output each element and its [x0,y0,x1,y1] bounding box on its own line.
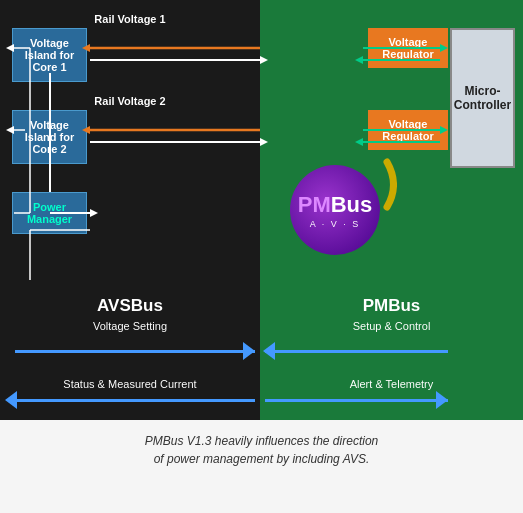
pmbus-logo: PM Bus A · V · S [290,165,385,260]
caption: PMBus V1.3 heavily influences the direct… [0,420,523,480]
avs-subtitle1: Voltage Setting [93,320,167,332]
avs-arrow-right-head [243,342,255,360]
pmbus-subtitle1: Setup & Control [353,320,431,332]
voltage-regulator-1: Voltage Regulator [368,28,448,68]
left-panel: Voltage Island for Core 1 Voltage Island… [0,0,260,420]
pmbus-pm: PM [298,192,331,218]
voltage-island-2: Voltage Island for Core 2 [12,110,87,164]
voltage-island-1: Voltage Island for Core 1 [12,28,87,82]
avs-title: AVSBus [93,296,167,316]
avs-arrow-left-head [5,391,17,409]
voltage-regulator-2: Voltage Regulator [368,110,448,150]
avs-arrow-left-line [15,399,255,402]
right-panel: Voltage Regulator Voltage Regulator Micr… [260,0,523,420]
avs-arrow-right-line [15,350,255,353]
pmbus-avs: A · V · S [310,219,361,229]
avs-subtitle2: Status & Measured Current [63,378,196,390]
diagram-container: Voltage Island for Core 1 Voltage Island… [0,0,523,420]
svg-marker-3 [355,56,363,64]
pmbus-subtitle2: Alert & Telemetry [350,378,434,390]
pmbus-arrow-right-line [265,399,448,402]
pmbus-arrow-left-head [263,342,275,360]
svg-marker-7 [355,138,363,146]
micro-controller: Micro- Controller [450,28,515,168]
pmbus-arrow-right-head [436,391,448,409]
power-manager: Power Manager [12,192,87,234]
pmbus-arrow-left-line [265,350,448,353]
pmbus-title: PMBus [353,296,431,316]
